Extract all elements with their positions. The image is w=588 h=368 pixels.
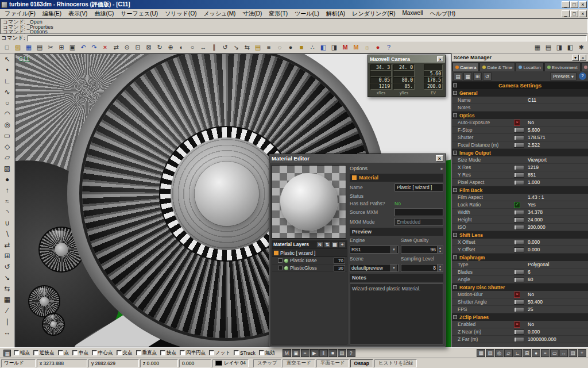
cplane-icon[interactable]: ▭ <box>550 349 559 357</box>
setting-value[interactable]: Polygonal <box>528 262 588 267</box>
material-name-input[interactable] <box>394 183 443 191</box>
osnap-checkbox[interactable] <box>234 350 239 355</box>
osnap-checkbox[interactable] <box>58 350 63 355</box>
osnap-toggle[interactable]: 中点 <box>72 350 88 356</box>
command-history[interactable]: コマンド: _Open コマンド: _Properties コマンド: _Opt… <box>0 18 588 34</box>
settings-row[interactable]: X Offset 0.000 <box>452 239 588 246</box>
menu-item[interactable]: 解析(A) <box>323 9 349 18</box>
move-tool-icon[interactable]: ⇄ <box>1 240 14 251</box>
menu-item[interactable]: 編集(E) <box>39 9 65 18</box>
settings-row[interactable]: Y Res 851 <box>452 171 588 179</box>
osnap-checkbox[interactable] <box>92 350 97 355</box>
layers-icon[interactable]: ▤ <box>253 43 263 52</box>
material-layer-row[interactable]: Plastic Base 70 <box>272 257 347 264</box>
save-preset-icon[interactable]: ▦ <box>463 72 472 80</box>
settings-row[interactable]: Height 24.000 <box>452 216 588 224</box>
curve-tool-icon[interactable]: ∿ <box>1 87 14 98</box>
render-preview-icon[interactable]: ◨ <box>329 43 339 52</box>
osnap-grid-icon[interactable]: ▦ <box>3 350 11 356</box>
osnap-toggle[interactable]: 交点 <box>117 350 133 356</box>
units-icon[interactable]: ↔ <box>559 349 568 357</box>
menu-item[interactable]: メッシュ(M) <box>200 9 239 18</box>
menu-item[interactable]: ソリッド(O) <box>161 9 200 18</box>
section-checkbox[interactable] <box>453 151 457 155</box>
sampling-level-stepper[interactable]: 8 ▲▼ <box>401 264 443 272</box>
record-history-icon[interactable]: ● <box>532 349 540 357</box>
scene-manager-tab[interactable]: Output <box>581 63 588 71</box>
scene-manager-tab[interactable]: Date & Time <box>479 63 515 71</box>
close-icon[interactable]: × <box>437 56 443 62</box>
setting-value[interactable]: 1.000 <box>528 179 588 185</box>
settings-row[interactable]: Pixel Aspect 1.000 <box>452 179 588 186</box>
split-tool-icon[interactable]: ∣ <box>1 316 14 327</box>
settings-row[interactable]: Lock Ratio Yes <box>452 201 588 209</box>
setting-value[interactable]: 34.378 <box>528 209 588 215</box>
banner-checkbox[interactable] <box>453 83 457 87</box>
setting-value[interactable]: 1219 <box>528 164 588 170</box>
panel-menu-icon[interactable]: ▾ <box>572 55 579 61</box>
engine-dropdown[interactable]: RS1 ▾ <box>350 246 399 254</box>
presets-dropdown[interactable]: Presets ▾ <box>550 72 577 80</box>
maxwell-camera-palette[interactable]: Maxwell Camera × 34. 3 24. 0 5.60 0.05 8… <box>368 55 446 97</box>
menu-item[interactable]: ファイル(F) <box>1 9 39 18</box>
osnap-checkbox[interactable] <box>33 350 38 355</box>
osnap-toggle[interactable]: 点 <box>58 350 69 356</box>
section-checkbox[interactable] <box>453 315 457 319</box>
setting-value[interactable]: 200.000 <box>528 224 588 230</box>
box-tool-icon[interactable]: ▧ <box>1 163 14 174</box>
osnap-toggle[interactable]: 端点 <box>14 350 30 356</box>
setting-value[interactable]: No <box>528 321 588 327</box>
setting-value[interactable]: 0.000 <box>528 239 588 245</box>
section-checkbox[interactable] <box>453 113 457 117</box>
setting-value[interactable]: 6 <box>528 269 588 275</box>
ellipse-tool-icon[interactable]: ◎ <box>1 120 14 131</box>
copy-settings-icon[interactable]: ⊞ <box>473 72 482 80</box>
save-quality-stepper[interactable]: 96 ▲▼ <box>401 246 443 254</box>
pan-view-icon[interactable]: ⇄ <box>111 43 121 52</box>
points-on-icon[interactable]: ∴ <box>307 43 318 52</box>
status-pane[interactable]: 直交モード <box>283 359 315 367</box>
material-root-row[interactable]: Plastic [ wizard ] <box>272 249 347 257</box>
menu-item[interactable]: 表示(V) <box>65 9 91 18</box>
section-checkbox[interactable] <box>453 91 457 95</box>
minimize-button[interactable]: _ <box>562 1 570 8</box>
redo-icon[interactable]: ↷ <box>89 43 99 52</box>
options-link[interactable]: Options <box>350 166 368 171</box>
trim-tool-icon[interactable]: ∕ <box>1 305 14 316</box>
pause-render-icon[interactable]: ‖ <box>319 349 328 357</box>
settings-row[interactable]: Focal Distance (m) 2.522 <box>452 141 588 149</box>
render-queue-icon[interactable]: ▤ <box>338 349 346 357</box>
layer-weight-value[interactable]: 70 <box>334 258 345 264</box>
ortho-mode-icon[interactable]: ∟ <box>513 349 522 357</box>
settings-row[interactable]: F-Stop 5.600 <box>452 126 588 134</box>
layer-checkbox[interactable] <box>278 258 283 263</box>
close-button[interactable]: × <box>579 1 587 8</box>
settings-row[interactable]: Motion-Blur No <box>452 291 588 298</box>
render-icon[interactable]: ◧ <box>318 43 328 52</box>
surface-tool-icon[interactable]: ▱ <box>1 152 14 163</box>
undo-icon[interactable]: ↶ <box>78 43 88 52</box>
stop-render-icon[interactable]: ■ <box>328 349 337 357</box>
options-icon[interactable]: ✱ <box>576 43 586 52</box>
viewport-layout-icon[interactable]: ▦ <box>532 43 543 52</box>
settings-row[interactable]: Name C11 <box>452 97 588 104</box>
osnap-checkbox[interactable] <box>160 350 165 355</box>
cut-icon[interactable]: ✂ <box>45 43 56 52</box>
osnap-toggle[interactable]: ノット <box>209 350 230 356</box>
chevron-right-icon[interactable]: ▸ <box>440 166 443 171</box>
settings-row[interactable]: FPS 25 <box>452 306 588 313</box>
polygon-tool-icon[interactable]: ◇ <box>1 141 14 152</box>
child-restore-button[interactable]: □ <box>570 10 578 17</box>
section-checkbox[interactable] <box>453 233 457 237</box>
settings-section-header[interactable]: Image Output <box>452 149 588 156</box>
osnap-toggle[interactable]: STrack <box>234 350 256 356</box>
help-icon[interactable]: ? <box>579 72 586 80</box>
settings-row[interactable]: X Res 1219 <box>452 164 588 171</box>
show-object-icon[interactable]: ● <box>285 43 296 52</box>
copy-object-icon[interactable]: ∥ <box>209 43 219 52</box>
move-icon[interactable]: ↔ <box>198 43 208 52</box>
wireframe-viewport-icon[interactable]: ○ <box>187 43 198 52</box>
settings-section-header[interactable]: General <box>452 89 588 97</box>
setting-value[interactable]: 5.600 <box>528 127 588 133</box>
rotate-view-icon[interactable]: ↻ <box>154 43 165 52</box>
